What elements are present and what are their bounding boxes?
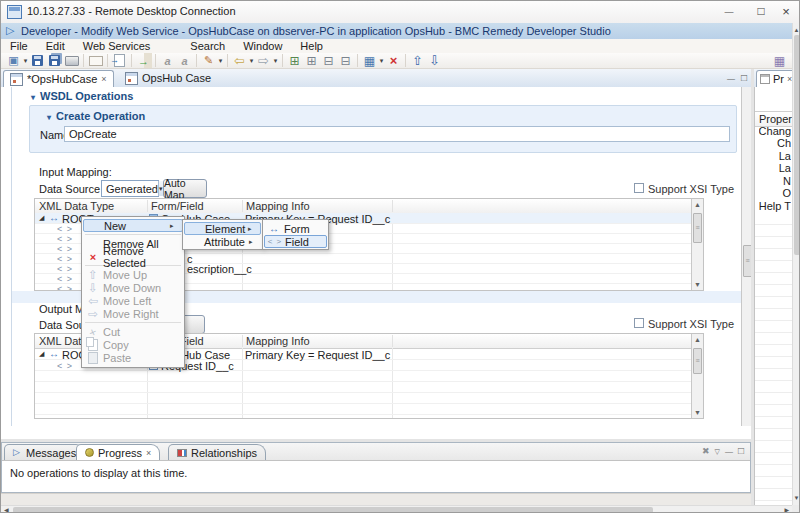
menu-help[interactable]: Help xyxy=(291,40,332,52)
tree-dropdown-icon[interactable] xyxy=(378,57,385,65)
scrollbar-thumb[interactable] xyxy=(693,348,702,374)
col-mapping-info[interactable]: Mapping Info xyxy=(242,335,393,347)
scrollbar-thumb[interactable] xyxy=(13,507,653,513)
scrollbar-thumb[interactable] xyxy=(693,213,702,243)
tree-view-icon[interactable] xyxy=(361,53,378,68)
scroll-up-icon[interactable]: ▲ xyxy=(692,201,703,208)
collapse-triangle-icon[interactable] xyxy=(31,93,35,102)
auto-map-button[interactable]: Auto Map xyxy=(163,179,207,198)
editor-scrollbar[interactable] xyxy=(741,87,751,426)
menu-item-attribute[interactable]: Attribute xyxy=(184,235,261,248)
scrollbar-thumb[interactable] xyxy=(743,245,751,277)
data-source-combo[interactable]: Generated xyxy=(101,180,159,197)
expand-triangle-icon[interactable] xyxy=(39,350,44,358)
menu-window[interactable]: Window xyxy=(234,40,291,52)
run-icon[interactable] xyxy=(135,53,152,68)
property-row[interactable]: Help T xyxy=(759,200,791,212)
menu-item-remove-selected[interactable]: ×Remove Selected xyxy=(83,250,183,263)
scrollbar-thumb[interactable] xyxy=(794,35,800,255)
menu-search[interactable]: Search xyxy=(181,40,234,52)
support-xsi-checkbox[interactable] xyxy=(634,183,644,193)
tab-relationships[interactable]: Relationships xyxy=(168,444,266,460)
col-mapping-info[interactable]: Mapping Info xyxy=(242,200,393,212)
tab-messages[interactable]: Messages xyxy=(4,444,85,460)
tab-progress[interactable]: Progress xyxy=(76,444,160,460)
scroll-down-icon[interactable]: ▼ xyxy=(692,281,703,288)
wand-icon[interactable] xyxy=(200,53,217,68)
tab-opshub-case[interactable]: OpsHub Case xyxy=(119,70,217,86)
property-row[interactable]: Ch xyxy=(777,137,791,149)
expand-triangle-icon[interactable] xyxy=(39,214,44,222)
view-maximize-icon[interactable] xyxy=(738,445,744,456)
property-row[interactable]: La xyxy=(779,150,791,162)
import-icon[interactable] xyxy=(111,53,128,68)
scroll-down-icon[interactable]: ▼ xyxy=(793,494,800,502)
search-b-icon[interactable] xyxy=(176,53,193,68)
mail-icon[interactable] xyxy=(87,53,104,68)
minimize-button[interactable] xyxy=(714,1,744,22)
rdp-horizontal-scrollbar[interactable]: ◀ ▶ xyxy=(1,505,792,513)
back-icon[interactable] xyxy=(231,53,248,68)
move-down-icon[interactable] xyxy=(426,53,443,68)
wsdl-operations-header[interactable]: WSDL Operations xyxy=(31,90,133,102)
tab-close-icon[interactable] xyxy=(101,74,106,84)
collapse-all-icon[interactable] xyxy=(337,53,354,68)
save-icon[interactable] xyxy=(29,53,46,68)
search-a-icon[interactable] xyxy=(159,53,176,68)
collapse-icon[interactable] xyxy=(320,53,337,68)
tab-properties[interactable]: Pr xyxy=(756,70,796,87)
menu-edit[interactable]: Edit xyxy=(37,40,74,52)
menu-item-field[interactable]: Field xyxy=(264,235,327,248)
view-minimize-icon[interactable] xyxy=(725,446,733,456)
new-dropdown-icon[interactable] xyxy=(22,57,29,65)
support-xsi-label-output: Support XSI Type xyxy=(648,318,734,330)
table-scrollbar[interactable]: ▲ ▼ xyxy=(691,334,703,418)
form-left-border xyxy=(11,87,12,426)
scroll-left-icon[interactable]: ◀ xyxy=(4,506,9,513)
print-icon[interactable] xyxy=(63,53,80,68)
view-menu-icon[interactable] xyxy=(715,446,720,456)
back-dropdown-icon[interactable] xyxy=(248,57,255,65)
new-wizard-icon[interactable] xyxy=(5,53,22,68)
expand-icon[interactable] xyxy=(303,53,320,68)
property-row[interactable]: La xyxy=(779,162,791,174)
scroll-up-icon[interactable]: ▲ xyxy=(793,26,800,34)
view-minimize-icon[interactable] xyxy=(725,72,737,84)
remove-terminated-icon[interactable] xyxy=(702,446,710,456)
wand-dropdown-icon[interactable] xyxy=(217,57,224,65)
support-xsi-checkbox-output[interactable] xyxy=(634,318,644,328)
toolbar xyxy=(1,53,792,69)
toolbar-separator xyxy=(107,54,108,67)
table-row-empty xyxy=(35,403,693,415)
scroll-up-icon[interactable]: ▲ xyxy=(692,336,703,343)
property-row[interactable]: O xyxy=(782,187,791,199)
property-row[interactable]: N xyxy=(783,175,791,187)
rdp-vertical-scrollbar[interactable]: ▲ ▼ xyxy=(792,23,800,505)
menu-web-services[interactable]: Web Services xyxy=(74,40,160,52)
name-input[interactable]: OpCreate xyxy=(64,126,730,142)
scroll-right-icon[interactable]: ▶ xyxy=(784,506,789,513)
view-maximize-icon[interactable] xyxy=(738,72,750,84)
tab-opshubcase-active[interactable]: *OpsHubCase xyxy=(3,70,114,87)
delete-icon[interactable] xyxy=(385,53,402,68)
table-scrollbar[interactable]: ▲ ▼ xyxy=(691,199,703,290)
col-form-field[interactable]: Form/Field xyxy=(147,200,243,212)
create-operation-header[interactable]: Create Operation xyxy=(47,110,145,122)
expand-all-icon[interactable] xyxy=(286,53,303,68)
close-button[interactable] xyxy=(771,1,800,22)
forward-dropdown-icon[interactable] xyxy=(272,57,279,65)
move-up-icon[interactable] xyxy=(409,53,426,68)
col-xml-data-type[interactable]: XML Data Type xyxy=(35,200,148,212)
tab-close-icon[interactable] xyxy=(146,448,151,458)
forward-icon[interactable] xyxy=(255,53,272,68)
menu-item-element[interactable]: Element xyxy=(184,222,261,235)
menu-file[interactable]: File xyxy=(1,40,37,52)
collapse-triangle-icon[interactable] xyxy=(47,113,51,122)
scroll-down-icon[interactable]: ▼ xyxy=(692,409,703,416)
menu-item-new[interactable]: New xyxy=(83,219,183,232)
property-row[interactable]: Chang xyxy=(759,125,791,137)
perspective-icon[interactable] xyxy=(771,53,788,68)
save-all-icon[interactable] xyxy=(46,53,63,68)
combo-arrow-icon[interactable] xyxy=(158,181,163,196)
menu-item-form[interactable]: Form xyxy=(264,222,327,235)
